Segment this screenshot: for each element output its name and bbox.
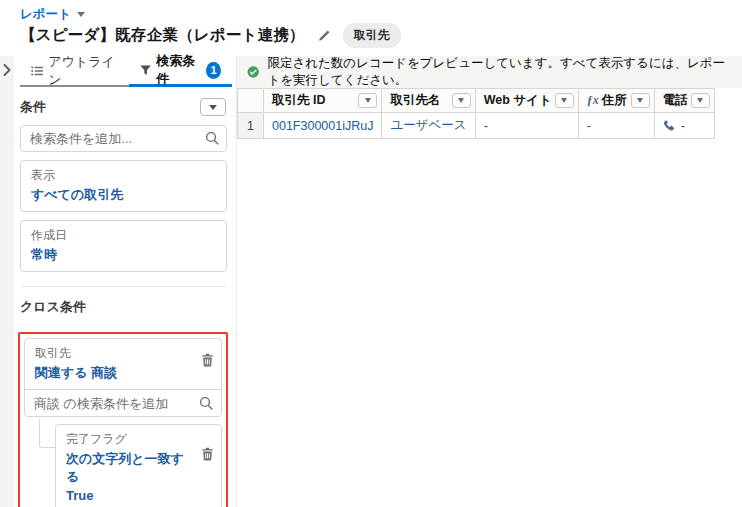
chevron-right-icon[interactable] [3,64,11,76]
column-label: 取引先 ID [272,92,325,109]
chevron-down-icon [697,98,703,103]
phone-value: - [681,119,685,133]
divider [21,286,226,287]
filter-panel-body: 条件 表示 すべての取引先 作成日 常時 クロス条件 [14,98,232,316]
row-number-header [238,89,264,113]
cross-add-filter-search [25,389,221,416]
object-type-badge: 取引先 [343,23,401,48]
add-filter-input[interactable] [20,125,227,152]
preview-notice: 限定された数のレコードをプレビューしています。すべて表示するには、レポートを実行… [237,56,742,88]
panel-collapse-rail [0,56,14,507]
tab-outline-label: アウトライン [48,53,118,89]
cross-filter-object: 取引先 [35,345,191,362]
website-cell: - [475,113,578,139]
sub-filter-operator: 次の文字列と一致する [66,450,193,486]
table-header-row: 取引先 ID 取引先名 Web サイト ƒx住所 電話 [238,89,715,113]
column-header-phone[interactable]: 電話 [654,89,714,113]
breadcrumb[interactable]: レポート [20,6,85,23]
tree-connector-line [39,419,55,448]
success-check-icon [247,64,259,80]
delete-cross-filter-button[interactable] [201,353,214,370]
table-row: 1 001F300001iJRuJ ユーザベース - - - [238,113,715,139]
account-name-link[interactable]: ユーザベース [390,118,466,132]
cross-filter-value: 関連する 商談 [35,364,191,382]
column-menu-button[interactable] [452,93,471,108]
filter-count-badge: 1 [206,62,221,79]
preview-notice-text: 限定された数のレコードをプレビューしています。すべて表示するには、レポートを実行… [267,55,732,89]
sub-filter-field: 完了フラグ [66,431,193,448]
filter-label: 表示 [31,167,216,184]
breadcrumb-label[interactable]: レポート [20,6,71,23]
annotation-highlight-box: 取引先 関連する 商談 [18,332,228,507]
conditions-heading: 条件 [20,98,46,116]
cross-filter-card[interactable]: 取引先 関連する 商談 [25,339,221,389]
preview-table: 取引先 ID 取引先名 Web サイト ƒx住所 電話 [237,88,715,139]
chevron-down-icon [561,98,567,103]
filter-funnel-icon [140,64,151,76]
account-id-link[interactable]: 001F300001iJRuJ [272,119,373,133]
phone-icon [663,119,676,132]
sub-filter-value: True [66,488,193,503]
trash-icon [201,353,214,367]
filter-value: 常時 [31,246,216,264]
column-header-address[interactable]: ƒx住所 [578,89,654,113]
page-title: 【スピーダ】既存企業（レポート連携） [20,25,305,46]
filter-card-scope[interactable]: 表示 すべての取引先 [20,160,227,212]
edit-pencil-icon[interactable] [317,29,331,43]
cross-filter-group: 取引先 関連する 商談 [24,338,222,417]
tab-outline[interactable]: アウトライン [20,56,129,87]
report-builder: レポート 【スピーダ】既存企業（レポート連携） 取引先 アウトライン [0,0,742,507]
row-number: 1 [238,113,264,139]
filter-value: すべての取引先 [31,186,216,204]
column-menu-button[interactable] [631,93,650,108]
chevron-down-icon [637,98,643,103]
cross-add-filter-input[interactable] [25,390,221,416]
tab-filters-label: 検索条件 [156,52,201,88]
title-row: 【スピーダ】既存企業（レポート連携） 取引先 [20,23,401,48]
chevron-down-icon [458,98,464,103]
column-label: 電話 [663,92,688,109]
conditions-menu-button[interactable] [200,98,226,116]
address-cell: - [578,113,654,139]
column-label: Web サイト [484,92,552,109]
search-icon [205,131,219,145]
filter-card-created-date[interactable]: 作成日 常時 [20,220,227,272]
filter-panel: アウトライン 検索条件 1 条件 [14,56,232,507]
trash-icon [201,447,214,461]
add-filter-search [20,125,227,152]
sub-filters: 完了フラグ 次の文字列と一致する True 成立フラグ 次の文字列と一致する [55,424,222,507]
chevron-down-icon[interactable] [77,12,85,17]
column-header-account-name[interactable]: 取引先名 [382,89,475,113]
chevron-down-icon [365,98,371,103]
report-preview: 限定された数のレコードをプレビューしています。すべて表示するには、レポートを実行… [236,56,742,507]
panel-tabbar: アウトライン 検索条件 1 [14,56,232,87]
list-icon [31,65,43,77]
column-label: 住所 [602,93,627,107]
filter-label: 作成日 [31,227,216,244]
cross-filters-heading: クロス条件 [20,298,227,316]
phone-cell: - [654,113,714,139]
delete-sub-filter-button[interactable] [201,447,214,464]
sub-filter-card-kanryo[interactable]: 完了フラグ 次の文字列と一致する True [55,424,222,507]
chevron-down-icon [209,105,217,110]
column-menu-button[interactable] [358,93,377,108]
tab-filters[interactable]: 検索条件 1 [129,56,232,87]
column-header-website[interactable]: Web サイト [475,89,578,113]
column-menu-button[interactable] [691,93,710,108]
column-header-account-id[interactable]: 取引先 ID [264,89,382,113]
column-menu-button[interactable] [555,93,574,108]
column-label: 取引先名 [390,92,440,109]
search-icon [199,396,213,410]
fx-formula-icon: ƒx [587,93,599,107]
